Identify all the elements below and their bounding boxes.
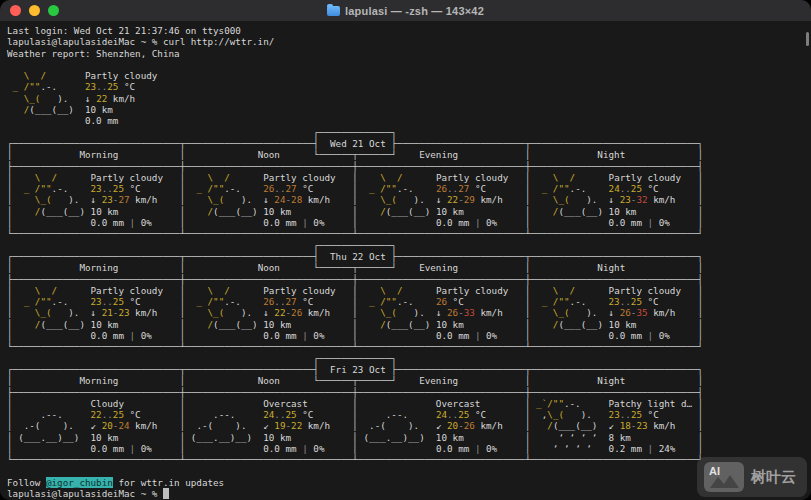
- terminal-text-segment: ├───────────────────────┬───────────────…: [391, 364, 703, 375]
- terminal-text-segment: 19: [274, 420, 285, 431]
- terminal-text-segment: 23: [609, 409, 620, 420]
- minimize-button[interactable]: [29, 5, 40, 16]
- terminal-line: ┌──────────────────────────────┬────────…: [7, 138, 811, 149]
- terminal-screen[interactable]: Last login: Wed Oct 21 21:37:46 on ttys0…: [0, 21, 811, 500]
- terminal-text-segment: /: [531, 420, 553, 431]
- terminal-line: │ 0.0 mm | 0% │ 0.0 mm | 0% │ 0.0 mm | 0…: [7, 330, 811, 341]
- terminal-text-segment: 24: [609, 183, 620, 194]
- terminal-text-segment: [185, 217, 263, 228]
- terminal-text-segment: ├──────────────────────────────┼────────…: [7, 387, 703, 398]
- terminal-text-segment: (___.__)__): [358, 432, 436, 443]
- terminal-text-segment: ┌─────────────┐: [7, 127, 397, 138]
- terminal-text-segment: 22: [291, 420, 302, 431]
- terminal-text-segment: °C: [642, 296, 698, 307]
- ai-image-icon: AI: [704, 462, 744, 492]
- terminal-text-segment: °C: [124, 183, 180, 194]
- terminal-text-segment: _ /"": [7, 81, 40, 92]
- terminal-text-segment: [358, 330, 436, 341]
- zoom-button[interactable]: [48, 5, 59, 16]
- watermark: AI 树叶云: [697, 457, 807, 497]
- terminal-line: │ _ /"".-. 23..25 °C │ _ /"".-. 26..27 °…: [7, 183, 811, 194]
- terminal-text-segment: .-( ).: [358, 420, 436, 431]
- terminal-text-segment: 0.0 mm: [263, 443, 302, 454]
- terminal-text-segment: 24: [274, 194, 285, 205]
- terminal-text-segment: Partly cloudy: [575, 172, 698, 183]
- terminal-text-segment: 27: [118, 194, 129, 205]
- terminal-text-segment: 0%: [308, 217, 353, 228]
- terminal-line: ├──────────────────────────────┼────────…: [7, 387, 811, 398]
- terminal-text-segment: km/h: [475, 194, 525, 205]
- terminal-text-segment: /: [185, 206, 213, 217]
- terminal-line: _ /"".-. 23..25 °C: [7, 81, 811, 92]
- terminal-text-segment: ┌─────────────┐: [7, 240, 397, 251]
- terminal-text-segment: 25: [631, 183, 642, 194]
- terminal-line: │ Morning │ Noon └──────┬──────┘ Evening…: [7, 375, 811, 386]
- terminal-text-segment: \_(: [358, 307, 397, 318]
- terminal-text-segment: Night: [531, 375, 698, 386]
- window-title: lapulasi — -zsh — 143×42: [345, 5, 484, 17]
- terminal-text-segment: \ /: [531, 285, 576, 296]
- terminal-text-segment: .-.: [397, 296, 436, 307]
- terminal-text-segment: km/h: [130, 307, 180, 318]
- terminal-text-segment: 0.0 mm: [263, 330, 302, 341]
- terminal-text-segment: (___.__)__): [185, 432, 263, 443]
- scrollbar-thumb[interactable]: [806, 32, 809, 46]
- terminal-text-segment: ↙: [609, 420, 620, 431]
- terminal-text-segment: Morning: [13, 262, 180, 273]
- titlebar[interactable]: lapulasi — -zsh — 143×42: [0, 0, 811, 22]
- terminal-text-segment: _ /"": [13, 183, 52, 194]
- terminal-line: [7, 59, 811, 70]
- terminal-text-segment: 0.0 mm: [91, 217, 130, 228]
- terminal-text-segment: │: [698, 262, 704, 273]
- terminal-text-segment: Partly cloudy: [46, 70, 157, 81]
- title-area: lapulasi — -zsh — 143×42: [0, 5, 811, 17]
- terminal-text-segment: 24: [118, 420, 129, 431]
- ai-icon-text: AI: [709, 465, 720, 477]
- terminal-text-segment: 26: [263, 296, 274, 307]
- terminal-text-segment: \_(: [531, 194, 570, 205]
- terminal-text-segment: .-( ).: [13, 420, 91, 431]
- terminal-text-segment: 24: [263, 409, 274, 420]
- terminal-text-segment: .-.: [52, 183, 91, 194]
- terminal-line: Weather report: Shenzhen, China: [7, 48, 811, 59]
- terminal-text-segment: \_(: [358, 194, 397, 205]
- terminal-text-segment: (___(__): [558, 319, 608, 330]
- terminal-text-segment: 23: [102, 194, 113, 205]
- terminal-text-segment: │: [698, 398, 704, 409]
- terminal-text-segment: │: [698, 409, 704, 420]
- folder-icon: [327, 6, 340, 16]
- terminal-text-segment: Night: [531, 262, 698, 273]
- traffic-lights: [10, 5, 59, 16]
- terminal-text-segment: 0.0 mm: [609, 217, 648, 228]
- terminal-text-segment: /: [13, 319, 41, 330]
- terminal-text-segment: ).: [570, 307, 609, 318]
- close-button[interactable]: [10, 5, 21, 16]
- terminal-text-segment: 23: [609, 296, 620, 307]
- terminal-text-segment: (___(__): [558, 206, 608, 217]
- terminal-text-segment: └──────────────────────────────┴────────…: [7, 454, 703, 465]
- terminal-text-segment: \_(: [531, 307, 570, 318]
- terminal-text-segment: 0%: [653, 330, 698, 341]
- terminal-line: ┌─────────────┐: [7, 353, 811, 364]
- terminal-text-segment: │: [698, 443, 704, 454]
- terminal-text-segment: km/h: [302, 307, 352, 318]
- terminal-text-segment: ..: [447, 409, 458, 420]
- terminal-text-segment: ‘ ‘ ‘ ‘: [531, 432, 609, 443]
- terminal-text-segment: └──────────────────────────────┴────────…: [7, 228, 703, 239]
- terminal-text-segment: Morning: [13, 375, 180, 386]
- terminal-text-segment: │: [698, 432, 704, 443]
- terminal-text-segment: \ /: [531, 172, 576, 183]
- terminal-text-segment: (___(__): [386, 206, 436, 217]
- terminal-text-segment: _`/"": [531, 398, 564, 409]
- terminal-text-segment: °C: [642, 409, 698, 420]
- terminal-line: │ \_( ). ↓ 21-23 km/h │ \_( ). ↓ 22-26 k…: [7, 307, 811, 318]
- terminal-text-segment: /: [358, 319, 386, 330]
- terminal-text-segment: Noon: [185, 375, 313, 386]
- terminal-text-segment: [531, 217, 609, 228]
- terminal-text-segment: (___(__): [553, 420, 609, 431]
- terminal-text-segment: ).: [397, 307, 436, 318]
- terminal-text-segment: (___(__): [213, 319, 263, 330]
- terminal-text-segment: °C: [118, 81, 135, 92]
- terminal-text-segment: 0.0 mm: [263, 217, 302, 228]
- terminal-text-segment: [13, 217, 91, 228]
